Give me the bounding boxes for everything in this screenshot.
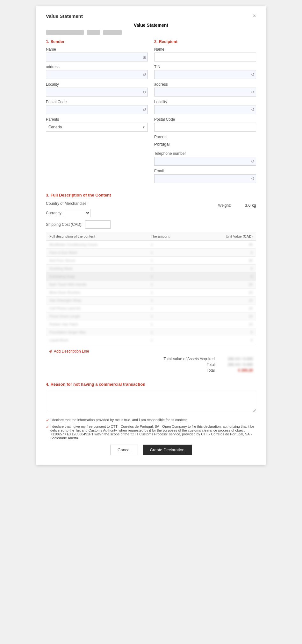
recipient-postal-input[interactable] <box>154 123 256 132</box>
close-button[interactable]: × <box>253 13 256 19</box>
table-row: Anti Frizz Serum 1 30 <box>46 257 256 265</box>
recipient-email-wrapper: ↺ <box>154 174 256 183</box>
row-description: BlueBetter Conditioning Cream <box>46 241 148 249</box>
recipient-section: 2. Recipient Name TIN ↺ address ↺ <box>154 39 256 186</box>
total-assets-value: 280.XX / 0.000 <box>221 357 253 361</box>
recipient-telephone-input[interactable] <box>154 157 256 166</box>
sender-locality-reset-icon[interactable]: ↺ <box>143 90 146 95</box>
row-value: 48 <box>194 241 256 249</box>
recipient-parents-value: Portugal <box>154 140 256 148</box>
recipient-name-group: Name <box>154 47 256 61</box>
declaration-1: ✓ I declare that the information provide… <box>46 418 256 423</box>
recipient-name-input[interactable] <box>154 53 256 61</box>
table-row: Bath Towel With Handle 1 28 <box>46 281 256 289</box>
recipient-email-label: Email <box>154 169 256 173</box>
currency-field: Currency: ▼ <box>46 209 111 217</box>
recipient-email-reset-icon[interactable]: ↺ <box>251 176 255 181</box>
currency-select[interactable] <box>65 209 90 217</box>
sender-postal-wrapper: ↺ <box>46 105 148 114</box>
col-amount-header: The amount <box>148 232 194 241</box>
recipient-address-group: address ↺ <box>154 82 256 97</box>
row-value: 0 <box>194 249 256 257</box>
add-label: Add Description Line <box>54 349 89 354</box>
cancel-button[interactable]: Cancel <box>110 445 138 455</box>
row-value: 0 <box>194 273 256 281</box>
sender-parents-select[interactable]: Canada <box>46 123 148 132</box>
recipient-address-input[interactable] <box>154 88 256 97</box>
table-row: Foundation Singer Wax 1 0 <box>46 328 256 336</box>
country-label: Country of Merchandise: <box>46 201 88 206</box>
sender-name-wrapper: ⊞ <box>46 53 148 61</box>
add-description-line[interactable]: ⊕ Add Description Line <box>46 347 256 355</box>
sender-name-label: Name <box>46 47 148 52</box>
total-final-value: € 265.20 <box>221 368 253 373</box>
country-field: Country of Merchandise: <box>46 201 111 206</box>
content-meta: Country of Merchandise: Currency: ▼ Ship… <box>46 201 256 229</box>
row-value: 0 <box>194 265 256 273</box>
check-icon-1: ✓ <box>46 418 49 423</box>
table-row: Hair Detangler Wrap 1 10 <box>46 297 256 304</box>
currency-select-wrapper: ▼ <box>65 209 90 217</box>
table-row: Rubber Hair Patch 1 10 <box>46 320 256 328</box>
recipient-tin-wrapper: ↺ <box>154 70 256 79</box>
table-row: Floral Sheet Length 1 10 <box>46 312 256 320</box>
row-amount: 1 <box>148 273 194 281</box>
recipient-address-reset-icon[interactable]: ↺ <box>251 90 255 95</box>
row-description: Cell Phone Land Kit <box>46 304 148 312</box>
modal-title-bar: Value Statement × <box>46 13 256 19</box>
sender-parents-wrapper: Canada ▼ <box>46 123 148 132</box>
row-amount: 1 <box>148 281 194 289</box>
section3-title: 3. Full Description of the Content <box>46 193 256 197</box>
total-final-label: Total <box>207 368 215 373</box>
row-description: Anti Frizz Serum <box>46 257 148 265</box>
recipient-tin-input[interactable] <box>154 70 256 79</box>
recipient-telephone-reset-icon[interactable]: ↺ <box>251 159 255 164</box>
sender-address-reset-icon[interactable]: ↺ <box>143 72 146 77</box>
reason-textarea[interactable] <box>46 390 256 412</box>
weight-section: Weight: 3.6 kg <box>218 201 256 208</box>
row-amount: 1 <box>148 249 194 257</box>
sender-postal-group: Postal Code ↺ <box>46 100 148 114</box>
row-value: 10 <box>194 312 256 320</box>
row-amount: 1 <box>148 265 194 273</box>
recipient-locality-reset-icon[interactable]: ↺ <box>251 107 255 112</box>
row-description: Liquid Blush <box>46 336 148 344</box>
recipient-postal-wrapper <box>154 123 256 132</box>
content-meta-left: Country of Merchandise: Currency: ▼ Ship… <box>46 201 111 229</box>
total-assets-row: Total Value of Assets Acquired 280.XX / … <box>49 357 253 361</box>
sender-postal-reset-icon[interactable]: ↺ <box>143 107 146 112</box>
sender-address-input[interactable] <box>46 70 148 79</box>
recipient-email-input[interactable] <box>154 174 256 183</box>
row-description: Blow Dryer Brushes <box>46 289 148 297</box>
recipient-tin-reset-icon[interactable]: ↺ <box>251 72 255 77</box>
shipping-cost-input[interactable] <box>85 220 111 229</box>
declaration-text-1: I declare that the information provided … <box>50 418 188 422</box>
section4: 4. Reason for not having a commercial tr… <box>46 382 256 413</box>
recipient-email-group: Email ↺ <box>154 169 256 183</box>
section4-title: 4. Reason for not having a commercial tr… <box>46 382 256 387</box>
sender-title: 1. Sender <box>46 39 148 44</box>
sender-postal-label: Postal Code <box>46 100 148 104</box>
table-header-row: Full description of the content The amou… <box>46 232 256 241</box>
recipient-telephone-group: Telephone number ↺ <box>154 151 256 166</box>
total-final-row: Total € 265.20 <box>49 368 253 373</box>
row-description: Rubber Hair Patch <box>46 320 148 328</box>
total-value: 280.XX / 0.000 <box>221 362 253 367</box>
row-value: 24 <box>194 289 256 297</box>
sender-locality-input[interactable] <box>46 88 148 97</box>
section3-header: 3. Full Description of the Content <box>46 193 256 197</box>
object-info-label: Object Information – <box>46 30 84 35</box>
row-value: 0 <box>194 336 256 344</box>
object-info: Object Information – <box>46 30 256 35</box>
sender-name-input[interactable] <box>46 53 148 61</box>
recipient-locality-label: Locality <box>154 100 256 104</box>
recipient-title: 2. Recipient <box>154 39 256 44</box>
recipient-locality-input[interactable] <box>154 105 256 114</box>
sender-postal-input[interactable] <box>46 105 148 114</box>
row-amount: 1 <box>148 312 194 320</box>
create-declaration-button[interactable]: Create Declaration <box>143 445 192 455</box>
table-row: Blow Dryer Brushes 1 24 <box>46 289 256 297</box>
sender-name-icon: ⊞ <box>143 55 146 60</box>
check-icon-2: ✓ <box>46 425 49 429</box>
add-icon: ⊕ <box>49 349 52 354</box>
